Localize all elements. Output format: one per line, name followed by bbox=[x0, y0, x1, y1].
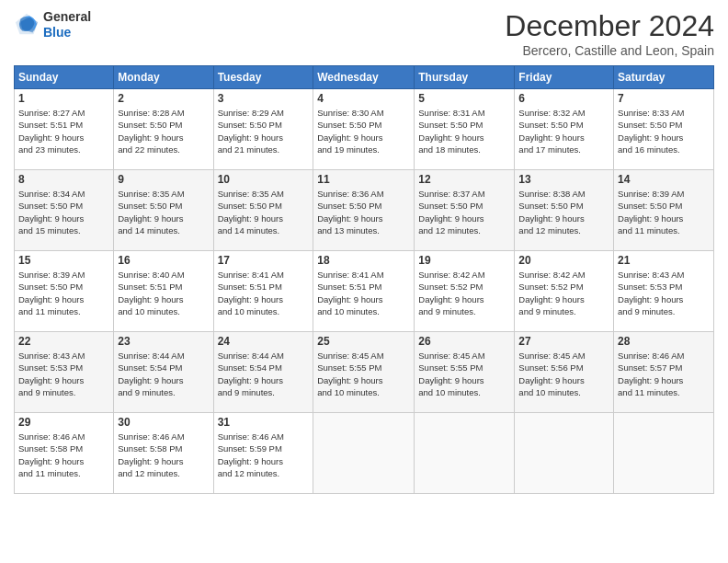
page-header: General Blue December 2024 Bercero, Cast… bbox=[14, 9, 714, 58]
day-number: 9 bbox=[118, 173, 209, 186]
day-number: 18 bbox=[317, 254, 410, 267]
day-number: 26 bbox=[418, 335, 510, 348]
day-number: 19 bbox=[418, 254, 510, 267]
calendar-cell: 23Sunrise: 8:44 AM Sunset: 5:54 PM Dayli… bbox=[114, 332, 213, 413]
day-info: Sunrise: 8:44 AM Sunset: 5:54 PM Dayligh… bbox=[118, 350, 209, 398]
day-number: 4 bbox=[317, 92, 410, 105]
day-info: Sunrise: 8:38 AM Sunset: 5:50 PM Dayligh… bbox=[518, 188, 609, 236]
day-info: Sunrise: 8:36 AM Sunset: 5:50 PM Dayligh… bbox=[317, 188, 410, 236]
day-number: 5 bbox=[418, 92, 510, 105]
col-sunday: Sunday bbox=[15, 66, 114, 89]
calendar-week-5: 29Sunrise: 8:46 AM Sunset: 5:58 PM Dayli… bbox=[15, 413, 714, 494]
day-info: Sunrise: 8:41 AM Sunset: 5:51 PM Dayligh… bbox=[218, 269, 310, 317]
day-info: Sunrise: 8:43 AM Sunset: 5:53 PM Dayligh… bbox=[18, 350, 109, 398]
calendar-cell: 7Sunrise: 8:33 AM Sunset: 5:50 PM Daylig… bbox=[614, 89, 714, 170]
calendar-cell: 20Sunrise: 8:42 AM Sunset: 5:52 PM Dayli… bbox=[515, 251, 614, 332]
day-info: Sunrise: 8:35 AM Sunset: 5:50 PM Dayligh… bbox=[218, 188, 310, 236]
calendar-cell: 2Sunrise: 8:28 AM Sunset: 5:50 PM Daylig… bbox=[114, 89, 213, 170]
calendar-cell: 5Sunrise: 8:31 AM Sunset: 5:50 PM Daylig… bbox=[415, 89, 515, 170]
calendar-cell: 10Sunrise: 8:35 AM Sunset: 5:50 PM Dayli… bbox=[213, 170, 313, 251]
calendar-cell: 31Sunrise: 8:46 AM Sunset: 5:59 PM Dayli… bbox=[213, 413, 313, 494]
col-tuesday: Tuesday bbox=[213, 66, 313, 89]
header-row: Sunday Monday Tuesday Wednesday Thursday… bbox=[15, 66, 714, 89]
day-info: Sunrise: 8:45 AM Sunset: 5:56 PM Dayligh… bbox=[518, 350, 609, 398]
calendar-cell: 30Sunrise: 8:46 AM Sunset: 5:58 PM Dayli… bbox=[114, 413, 213, 494]
day-info: Sunrise: 8:39 AM Sunset: 5:50 PM Dayligh… bbox=[618, 188, 710, 236]
day-info: Sunrise: 8:33 AM Sunset: 5:50 PM Dayligh… bbox=[618, 107, 710, 155]
col-thursday: Thursday bbox=[415, 66, 515, 89]
day-info: Sunrise: 8:35 AM Sunset: 5:50 PM Dayligh… bbox=[118, 188, 209, 236]
calendar-cell: 26Sunrise: 8:45 AM Sunset: 5:55 PM Dayli… bbox=[415, 332, 515, 413]
logo-blue: Blue bbox=[43, 25, 91, 40]
calendar-body: 1Sunrise: 8:27 AM Sunset: 5:51 PM Daylig… bbox=[15, 89, 714, 494]
calendar-cell: 3Sunrise: 8:29 AM Sunset: 5:50 PM Daylig… bbox=[213, 89, 313, 170]
calendar-week-1: 1Sunrise: 8:27 AM Sunset: 5:51 PM Daylig… bbox=[15, 89, 714, 170]
day-info: Sunrise: 8:31 AM Sunset: 5:50 PM Dayligh… bbox=[418, 107, 510, 155]
calendar-cell: 6Sunrise: 8:32 AM Sunset: 5:50 PM Daylig… bbox=[515, 89, 614, 170]
day-number: 27 bbox=[518, 335, 609, 348]
day-number: 22 bbox=[18, 335, 109, 348]
logo-icon bbox=[14, 12, 40, 38]
calendar-page: General Blue December 2024 Bercero, Cast… bbox=[0, 0, 728, 563]
day-info: Sunrise: 8:28 AM Sunset: 5:50 PM Dayligh… bbox=[118, 107, 209, 155]
day-info: Sunrise: 8:44 AM Sunset: 5:54 PM Dayligh… bbox=[218, 350, 310, 398]
day-info: Sunrise: 8:45 AM Sunset: 5:55 PM Dayligh… bbox=[317, 350, 410, 398]
day-number: 25 bbox=[317, 335, 410, 348]
location-subtitle: Bercero, Castille and Leon, Spain bbox=[505, 43, 714, 58]
col-friday: Friday bbox=[515, 66, 614, 89]
day-number: 13 bbox=[518, 173, 609, 186]
day-number: 10 bbox=[218, 173, 310, 186]
day-info: Sunrise: 8:42 AM Sunset: 5:52 PM Dayligh… bbox=[418, 269, 510, 317]
calendar-cell: 8Sunrise: 8:34 AM Sunset: 5:50 PM Daylig… bbox=[15, 170, 114, 251]
day-number: 31 bbox=[218, 416, 310, 429]
calendar-cell: 9Sunrise: 8:35 AM Sunset: 5:50 PM Daylig… bbox=[114, 170, 213, 251]
col-wednesday: Wednesday bbox=[313, 66, 415, 89]
calendar-table: Sunday Monday Tuesday Wednesday Thursday… bbox=[14, 65, 714, 494]
calendar-cell bbox=[515, 413, 614, 494]
calendar-cell bbox=[614, 413, 714, 494]
day-info: Sunrise: 8:46 AM Sunset: 5:58 PM Dayligh… bbox=[18, 431, 109, 479]
day-number: 3 bbox=[218, 92, 310, 105]
calendar-cell: 19Sunrise: 8:42 AM Sunset: 5:52 PM Dayli… bbox=[415, 251, 515, 332]
day-info: Sunrise: 8:40 AM Sunset: 5:51 PM Dayligh… bbox=[118, 269, 209, 317]
calendar-header: Sunday Monday Tuesday Wednesday Thursday… bbox=[15, 66, 714, 89]
calendar-week-4: 22Sunrise: 8:43 AM Sunset: 5:53 PM Dayli… bbox=[15, 332, 714, 413]
day-number: 15 bbox=[18, 254, 109, 267]
calendar-cell bbox=[313, 413, 415, 494]
calendar-cell: 28Sunrise: 8:46 AM Sunset: 5:57 PM Dayli… bbox=[614, 332, 714, 413]
day-number: 1 bbox=[18, 92, 109, 105]
day-number: 20 bbox=[518, 254, 609, 267]
day-number: 12 bbox=[418, 173, 510, 186]
day-info: Sunrise: 8:41 AM Sunset: 5:51 PM Dayligh… bbox=[317, 269, 410, 317]
day-info: Sunrise: 8:37 AM Sunset: 5:50 PM Dayligh… bbox=[418, 188, 510, 236]
logo-general: General bbox=[43, 9, 91, 25]
day-number: 8 bbox=[18, 173, 109, 186]
day-number: 24 bbox=[218, 335, 310, 348]
calendar-cell: 4Sunrise: 8:30 AM Sunset: 5:50 PM Daylig… bbox=[313, 89, 415, 170]
logo: General Blue bbox=[14, 9, 91, 40]
day-number: 7 bbox=[618, 92, 710, 105]
calendar-cell: 16Sunrise: 8:40 AM Sunset: 5:51 PM Dayli… bbox=[114, 251, 213, 332]
calendar-cell: 18Sunrise: 8:41 AM Sunset: 5:51 PM Dayli… bbox=[313, 251, 415, 332]
calendar-cell: 13Sunrise: 8:38 AM Sunset: 5:50 PM Dayli… bbox=[515, 170, 614, 251]
calendar-cell: 24Sunrise: 8:44 AM Sunset: 5:54 PM Dayli… bbox=[213, 332, 313, 413]
calendar-cell: 14Sunrise: 8:39 AM Sunset: 5:50 PM Dayli… bbox=[614, 170, 714, 251]
col-monday: Monday bbox=[114, 66, 213, 89]
day-info: Sunrise: 8:34 AM Sunset: 5:50 PM Dayligh… bbox=[18, 188, 109, 236]
day-number: 6 bbox=[518, 92, 609, 105]
day-info: Sunrise: 8:27 AM Sunset: 5:51 PM Dayligh… bbox=[18, 107, 109, 155]
calendar-cell: 12Sunrise: 8:37 AM Sunset: 5:50 PM Dayli… bbox=[415, 170, 515, 251]
calendar-week-2: 8Sunrise: 8:34 AM Sunset: 5:50 PM Daylig… bbox=[15, 170, 714, 251]
day-number: 2 bbox=[118, 92, 209, 105]
day-number: 30 bbox=[118, 416, 209, 429]
title-block: December 2024 Bercero, Castille and Leon… bbox=[505, 9, 714, 58]
calendar-cell: 15Sunrise: 8:39 AM Sunset: 5:50 PM Dayli… bbox=[15, 251, 114, 332]
day-info: Sunrise: 8:46 AM Sunset: 5:59 PM Dayligh… bbox=[218, 431, 310, 479]
calendar-cell: 25Sunrise: 8:45 AM Sunset: 5:55 PM Dayli… bbox=[313, 332, 415, 413]
day-info: Sunrise: 8:43 AM Sunset: 5:53 PM Dayligh… bbox=[618, 269, 710, 317]
day-number: 16 bbox=[118, 254, 209, 267]
day-info: Sunrise: 8:30 AM Sunset: 5:50 PM Dayligh… bbox=[317, 107, 410, 155]
logo-text: General Blue bbox=[43, 9, 91, 40]
calendar-cell: 29Sunrise: 8:46 AM Sunset: 5:58 PM Dayli… bbox=[15, 413, 114, 494]
calendar-cell: 27Sunrise: 8:45 AM Sunset: 5:56 PM Dayli… bbox=[515, 332, 614, 413]
